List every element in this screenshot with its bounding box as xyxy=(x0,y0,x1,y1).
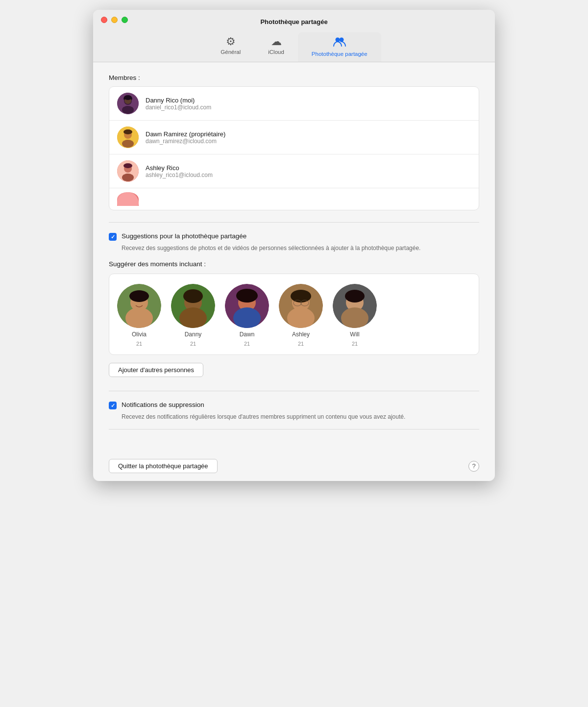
svg-point-31 xyxy=(287,307,315,328)
tab-general[interactable]: ⚙ Général xyxy=(207,32,254,62)
photo-olivia xyxy=(117,284,161,328)
svg-point-4 xyxy=(122,106,134,114)
person-count-danny: 21 xyxy=(190,341,196,347)
svg-point-11 xyxy=(123,129,132,134)
svg-point-16 xyxy=(117,192,139,206)
divider-3 xyxy=(109,429,479,429)
add-people-button[interactable]: Ajouter d'autres personnes xyxy=(109,363,203,377)
suggestions-label: Suggestions pour la photothèque partagée xyxy=(122,232,246,240)
people-grid: Olivia 21 Danny 21 xyxy=(117,284,471,347)
photo-dawn xyxy=(225,284,269,328)
svg-point-7 xyxy=(124,95,132,100)
gear-icon: ⚙ xyxy=(226,36,236,47)
svg-point-27 xyxy=(233,307,261,328)
member-row-partial xyxy=(109,188,479,210)
quit-button[interactable]: Quitter la photothèque partagée xyxy=(109,459,218,473)
person-name-olivia: Olivia xyxy=(132,331,147,338)
member-info-danny: Danny Rico (moi) daniel_rico1@icloud.com xyxy=(146,97,211,111)
suggestions-checkbox-row: ✓ Suggestions pour la photothèque partag… xyxy=(109,232,479,241)
person-olivia[interactable]: Olivia 21 xyxy=(117,284,161,347)
main-window: Photothèque partagée ⚙ Général ☁ iCloud xyxy=(93,10,495,481)
tab-bar: ⚙ Général ☁ iCloud Ph xyxy=(207,32,381,62)
notif-check-icon: ✓ xyxy=(111,403,115,409)
avatar-dawn xyxy=(117,126,139,148)
member-row-ashley: Ashley Rico ashley_rico1@icloud.com xyxy=(109,154,479,188)
person-count-will: 21 xyxy=(352,341,358,347)
divider-2 xyxy=(109,391,479,391)
member-email-ashley: ashley_rico1@icloud.com xyxy=(146,172,213,178)
member-info-dawn: Dawn Ramirez (propriétaire) dawn_ramirez… xyxy=(146,130,225,145)
avatar-ashley xyxy=(117,160,139,182)
check-icon: ✓ xyxy=(111,234,115,240)
tab-icloud-label: iCloud xyxy=(268,49,284,55)
suggest-moments-title: Suggérer des moments incluant : xyxy=(109,260,479,268)
tab-icloud[interactable]: ☁ iCloud xyxy=(254,32,298,62)
person-ashley[interactable]: Ashley 21 xyxy=(279,284,323,347)
person-danny[interactable]: Danny 21 xyxy=(171,284,215,347)
svg-point-32 xyxy=(291,290,311,303)
titlebar: Photothèque partagée ⚙ Général ☁ iCloud xyxy=(93,10,495,62)
member-row-danny: Danny Rico (moi) daniel_rico1@icloud.com xyxy=(109,87,479,121)
svg-point-19 xyxy=(125,307,153,328)
svg-point-14 xyxy=(122,174,134,181)
svg-point-20 xyxy=(129,290,149,302)
person-count-ashley: 21 xyxy=(298,341,304,347)
divider-1 xyxy=(109,222,479,223)
notifications-checkbox-row: ✓ Notifications de suppression xyxy=(109,401,479,409)
person-name-danny: Danny xyxy=(185,331,202,338)
content-area: Membres : Danny Rico (moi) xyxy=(93,62,495,451)
person-will[interactable]: Will 21 xyxy=(333,284,377,347)
member-email-danny: daniel_rico1@icloud.com xyxy=(146,104,211,111)
person-name-dawn: Dawn xyxy=(240,331,255,338)
shared-library-icon xyxy=(333,36,346,49)
member-name-ashley: Ashley Rico xyxy=(146,164,213,172)
members-list: Danny Rico (moi) daniel_rico1@icloud.com… xyxy=(109,86,479,210)
avatar-partial xyxy=(117,192,139,206)
photo-will xyxy=(333,284,377,328)
tab-shared-library[interactable]: Photothèque partagée xyxy=(298,32,381,62)
suggestions-description: Recevez des suggestions de photos et de … xyxy=(122,244,479,252)
member-name-dawn: Dawn Ramirez (propriétaire) xyxy=(146,130,225,138)
suggestions-checkbox[interactable]: ✓ xyxy=(109,233,117,241)
person-count-olivia: 21 xyxy=(136,341,142,347)
help-label: ? xyxy=(472,462,475,470)
member-name-danny: Danny Rico (moi) xyxy=(146,97,211,104)
tab-general-label: Général xyxy=(220,49,241,55)
cloud-icon: ☁ xyxy=(271,36,282,47)
help-button[interactable]: ? xyxy=(468,461,479,472)
photo-ashley xyxy=(279,284,323,328)
photo-danny xyxy=(171,284,215,328)
members-title: Membres : xyxy=(109,74,479,81)
svg-point-23 xyxy=(179,307,207,328)
tab-shared-label: Photothèque partagée xyxy=(312,51,368,57)
svg-point-10 xyxy=(122,140,134,148)
avatar-danny xyxy=(117,93,139,114)
person-name-ashley: Ashley xyxy=(292,331,310,338)
member-info-ashley: Ashley Rico ashley_rico1@icloud.com xyxy=(146,164,213,178)
member-row-dawn: Dawn Ramirez (propriétaire) dawn_ramirez… xyxy=(109,121,479,154)
person-name-will: Will xyxy=(350,331,359,338)
member-email-dawn: dawn_ramirez@icloud.com xyxy=(146,138,225,145)
people-grid-container: Olivia 21 Danny 21 xyxy=(109,274,479,355)
person-dawn[interactable]: Dawn 21 xyxy=(225,284,269,347)
notifications-description: Recevez des notifications régulières lor… xyxy=(122,412,479,421)
footer: Quitter la photothèque partagée ? xyxy=(93,451,495,481)
svg-point-15 xyxy=(123,163,132,168)
svg-point-24 xyxy=(183,289,203,303)
person-count-dawn: 21 xyxy=(244,341,250,347)
svg-point-38 xyxy=(341,307,368,328)
svg-point-28 xyxy=(236,289,258,303)
notifications-label: Notifications de suppression xyxy=(122,401,204,408)
window-title: Photothèque partagée xyxy=(101,18,487,25)
notifications-checkbox[interactable]: ✓ xyxy=(109,402,117,409)
svg-point-39 xyxy=(345,290,365,303)
